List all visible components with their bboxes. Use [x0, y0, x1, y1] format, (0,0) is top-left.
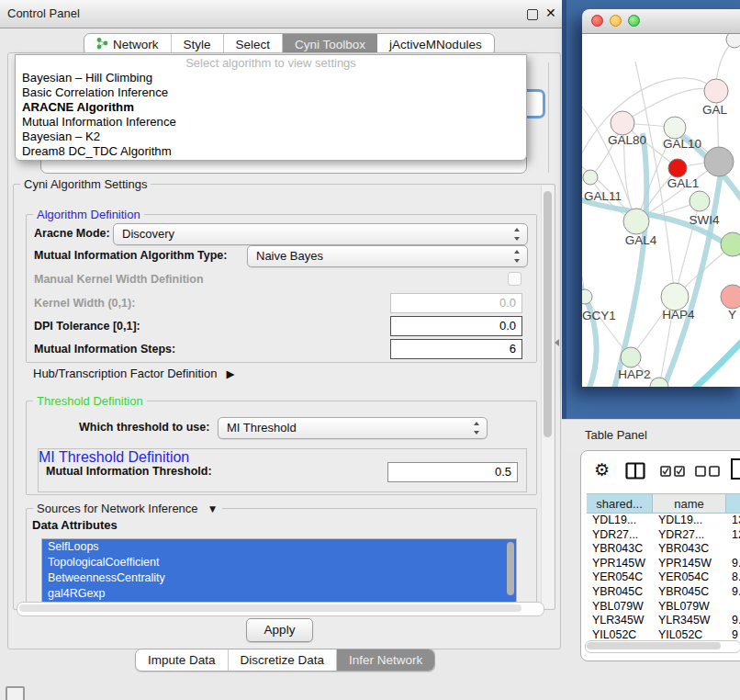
- tab-discretize-data[interactable]: Discretize Data: [229, 649, 338, 671]
- sources-title: Sources for Network Inference: [37, 502, 198, 515]
- dropdown-item[interactable]: ARACNE Algorithm: [16, 100, 526, 115]
- panel-title: Control Panel: [7, 0, 80, 28]
- node-label: GCY1: [582, 309, 616, 322]
- float-window-icon[interactable]: [527, 9, 538, 20]
- table-panel-titlebar: Table Panel: [562, 419, 740, 451]
- tab-label: Cyni Toolbox: [295, 38, 365, 51]
- deselect-all-columns-icon[interactable]: [695, 466, 721, 477]
- network-node-y[interactable]: [721, 285, 740, 309]
- select-all-columns-icon[interactable]: [660, 466, 686, 477]
- gear-icon[interactable]: ⚙: [594, 459, 610, 480]
- table-body: YDL19...YDL19...13YDR27...YDR27...12YBR0…: [587, 514, 740, 642]
- tab-infer-network[interactable]: Infer Network: [337, 649, 434, 671]
- dropdown-item[interactable]: Bayesian – K2: [16, 130, 526, 144]
- table-horizontal-scrollbar[interactable]: [585, 640, 740, 653]
- network-node[interactable]: [668, 159, 687, 177]
- network-window-titlebar[interactable]: [582, 9, 740, 34]
- dropdown-item[interactable]: Bayesian – Hill Climbing: [16, 71, 526, 85]
- settings-horizontal-scrollbar[interactable]: [17, 602, 544, 616]
- which-threshold-select[interactable]: MI Threshold: [218, 417, 488, 439]
- kernel-width-field[interactable]: 0.0: [390, 293, 522, 313]
- close-icon[interactable]: ✕: [545, 6, 556, 20]
- network-node-swi4[interactable]: [721, 232, 740, 256]
- column-header-shared-name[interactable]: shared...: [587, 493, 653, 514]
- network-window[interactable]: GALGAL80GAL10GAL1GAL11SWI4GAL4GCY1HAP4YH…: [582, 9, 740, 386]
- table-cell: YBR043C: [653, 542, 726, 557]
- network-node-gal[interactable]: [704, 79, 728, 103]
- network-node-gal4[interactable]: [623, 209, 649, 234]
- manual-kernel-checkbox[interactable]: [508, 272, 521, 286]
- dropdown-item[interactable]: Dream8 DC_TDC Algorithm: [16, 144, 526, 159]
- settings-group-title: Cyni Algorithm Settings: [20, 176, 151, 192]
- table-row[interactable]: YER054CYER054C8.: [587, 570, 740, 585]
- network-node-gal1[interactable]: [690, 191, 710, 211]
- table-row[interactable]: YPR145WYPR145W9.: [587, 557, 740, 571]
- apply-button[interactable]: Apply: [246, 618, 313, 642]
- network-node-gal11[interactable]: [583, 170, 598, 185]
- table-cell: YER054C: [653, 570, 726, 585]
- settings-vertical-scrollbar[interactable]: [541, 186, 554, 608]
- scrollbar-thumb[interactable]: [19, 604, 521, 612]
- table-row[interactable]: YBR045CYBR045C9.: [587, 585, 740, 600]
- table-row[interactable]: YBL079WYBL079W: [587, 600, 740, 615]
- control-panel-titlebar: Control Panel ✕: [0, 0, 562, 28]
- network-canvas[interactable]: GALGAL80GAL10GAL1GAL11SWI4GAL4GCY1HAP4YH…: [582, 34, 740, 387]
- table-row[interactable]: YDR27...YDR27...12: [587, 528, 740, 543]
- zoom-traffic-light-icon[interactable]: [628, 15, 640, 27]
- export-table-icon[interactable]: [730, 458, 740, 480]
- column-header-partial[interactable]: [726, 493, 740, 514]
- table-cell: YBR045C: [587, 585, 653, 600]
- node-label: GAL1: [667, 176, 700, 190]
- network-node-gcy1[interactable]: [582, 289, 592, 304]
- list-scrollbar-thumb[interactable]: [507, 542, 514, 595]
- aracne-mode-select[interactable]: Discovery: [113, 223, 528, 245]
- sources-expander[interactable]: Sources for Network Inference ▼: [33, 501, 222, 516]
- collapsed-arrow-icon: ▶: [227, 367, 235, 380]
- attribute-list-item[interactable]: SelfLoops: [42, 539, 516, 555]
- attribute-list-item[interactable]: BetweennessCentrality: [42, 570, 516, 586]
- manual-kernel-label: Manual Kernel Width Definition: [34, 270, 204, 289]
- mi-threshold-field[interactable]: 0.5: [387, 462, 518, 482]
- table-row[interactable]: YDL19...YDL19...13: [587, 514, 740, 528]
- table-cell: 8.: [726, 570, 740, 585]
- dpi-tolerance-field[interactable]: 0.0: [390, 316, 522, 336]
- table-row[interactable]: YLR345WYLR345W9.: [587, 614, 740, 628]
- network-node-hap2[interactable]: [621, 347, 641, 367]
- column-header-name[interactable]: name: [653, 493, 726, 514]
- aracne-mode-value: Discovery: [122, 227, 174, 241]
- split-columns-icon[interactable]: [625, 462, 645, 480]
- hub-definition-expander[interactable]: Hub/Transcription Factor Definition ▶: [33, 367, 235, 380]
- which-threshold-value: MI Threshold: [227, 421, 297, 435]
- network-node-hap4[interactable]: [661, 283, 689, 310]
- dropdown-item[interactable]: Mutual Information Inference: [16, 115, 526, 130]
- birdseye-toggle-icon[interactable]: [6, 686, 25, 700]
- table-row[interactable]: YBR043CYBR043C: [587, 542, 740, 557]
- table-cell: YBR043C: [587, 542, 653, 557]
- scrollbar-thumb[interactable]: [544, 191, 552, 437]
- attribute-list-item[interactable]: TopologicalCoefficient: [42, 555, 516, 570]
- dropdown-item[interactable]: Basic Correlation Inference: [16, 85, 526, 100]
- minimize-traffic-light-icon[interactable]: [610, 15, 622, 27]
- tab-impute-data[interactable]: Impute Data: [136, 649, 229, 671]
- table-cell: YDL19...: [653, 514, 726, 528]
- table-panel: ⚙ share: [580, 450, 740, 661]
- network-node-gal80[interactable]: [611, 111, 634, 135]
- data-attributes-list[interactable]: SelfLoopsTopologicalCoefficientBetweenne…: [41, 538, 517, 604]
- node-label: HAP4: [662, 308, 695, 322]
- network-node[interactable]: [704, 147, 734, 176]
- close-traffic-light-icon[interactable]: [591, 15, 603, 27]
- tab-label: jActiveMNodules: [389, 38, 482, 51]
- mi-threshold-label: Mutual Information Threshold:: [46, 462, 212, 481]
- panel-divider-handle[interactable]: [555, 339, 559, 346]
- scrollbar-thumb[interactable]: [587, 642, 721, 649]
- network-node[interactable]: [726, 34, 740, 48]
- mi-type-select[interactable]: Naive Bayes: [247, 245, 528, 267]
- mi-steps-field[interactable]: 6: [390, 339, 522, 359]
- table-cell: YDL19...: [587, 514, 653, 528]
- table-cell: YER054C: [587, 570, 653, 585]
- network-node-gal10[interactable]: [664, 117, 686, 139]
- tab-label: Discretize Data: [241, 653, 325, 667]
- node-label: GAL: [702, 103, 728, 117]
- node-label: GAL11: [584, 189, 622, 203]
- attribute-list-item[interactable]: gal4RGexp: [42, 586, 516, 602]
